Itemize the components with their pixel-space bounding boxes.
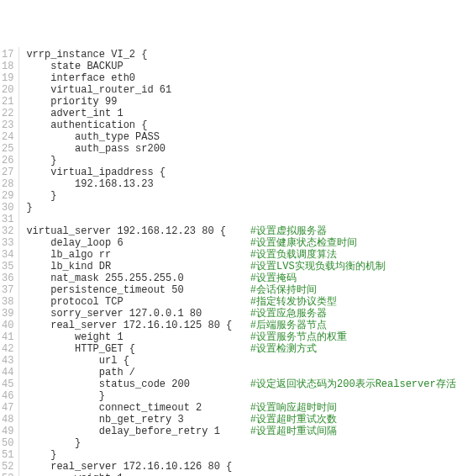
code-editor: 17 18 19 20 21 22 23 24 25 26 27 28 29 3… xyxy=(0,47,473,476)
code-line: vrrp_instance VI_2 { xyxy=(26,49,473,61)
code-line: virtual_ipaddress { xyxy=(26,167,473,178)
code-text: weight 1 xyxy=(26,473,123,476)
code-line: real_server 172.16.10.126 80 { xyxy=(26,461,473,473)
code-text: real_server 172.16.10.125 80 { xyxy=(26,320,250,331)
code-comment: #设置应急服务器 xyxy=(250,308,327,320)
code-line: virtual_server 192.168.12.23 80 { #设置虚拟服… xyxy=(26,225,473,237)
code-text: interface eth0 xyxy=(26,72,135,84)
code-text: persistence_timeout 50 xyxy=(26,284,250,296)
code-text: state BACKUP xyxy=(26,61,123,72)
code-line: nat_mask 255.255.255.0 #设置掩码 xyxy=(26,272,473,284)
code-line: 192.168.13.23 xyxy=(26,178,473,190)
code-text: } xyxy=(26,437,81,449)
code-text: delay_before_retry 1 xyxy=(26,426,250,437)
code-area: vrrp_instance VI_2 { state BACKUP interf… xyxy=(19,47,473,476)
code-comment: #设置检测方式 xyxy=(250,343,317,355)
code-comment: #设置超时重试间隔 xyxy=(250,426,337,437)
code-comment: #设置超时重试次数 xyxy=(250,414,337,426)
code-text: } xyxy=(26,190,56,202)
code-line: interface eth0 xyxy=(26,72,473,84)
code-comment: #设置虚拟服务器 xyxy=(250,225,327,237)
code-line: virtual_router_id 61 xyxy=(26,84,473,96)
code-comment: #设置响应超时时间 xyxy=(250,402,337,414)
code-text: nat_mask 255.255.255.0 xyxy=(26,272,250,284)
code-comment: #设定返回状态码为200表示Realserver存活 xyxy=(250,378,456,390)
code-text: path / xyxy=(26,367,135,378)
code-text: HTTP_GET { xyxy=(26,343,250,355)
code-line: } xyxy=(26,437,473,449)
code-line: HTTP_GET { #设置检测方式 xyxy=(26,343,473,355)
code-comment: #设置服务节点的权重 xyxy=(250,331,347,343)
code-line: protocol TCP #指定转发协议类型 xyxy=(26,296,473,308)
code-text: } xyxy=(26,202,32,214)
code-text: lb_kind DR xyxy=(26,261,250,272)
line-number-gutter: 17 18 19 20 21 22 23 24 25 26 27 28 29 3… xyxy=(0,47,19,476)
code-text: advert_int 1 xyxy=(26,108,123,119)
code-line: } xyxy=(26,155,473,167)
code-text: virtual_ipaddress { xyxy=(26,167,166,178)
code-line: priority 99 xyxy=(26,96,473,108)
code-text: delay_loop 6 xyxy=(26,237,250,249)
code-line: } xyxy=(26,390,473,402)
code-text: auth_pass sr200 xyxy=(26,143,166,155)
code-line: status_code 200 #设定返回状态码为200表示Realserver… xyxy=(26,378,473,390)
code-comment: #会话保持时间 xyxy=(250,284,317,296)
code-line: path / xyxy=(26,367,473,378)
code-line: lb_kind DR #设置LVS实现负载均衡的机制 xyxy=(26,261,473,272)
code-text: virtual_router_id 61 xyxy=(26,84,171,96)
code-text: status_code 200 xyxy=(26,378,250,390)
code-line: nb_get_retry 3 #设置超时重试次数 xyxy=(26,414,473,426)
code-line: persistence_timeout 50 #会话保持时间 xyxy=(26,284,473,296)
code-comment: #后端服务器节点 xyxy=(250,320,327,331)
code-text: vrrp_instance VI_2 { xyxy=(26,49,147,61)
code-text: connect_timeout 2 xyxy=(26,402,250,414)
code-line: delay_loop 6 #设置健康状态检查时间 xyxy=(26,237,473,249)
code-text: sorry_server 127.0.0.1 80 xyxy=(26,308,250,320)
code-text: virtual_server 192.168.12.23 80 { xyxy=(26,225,250,237)
code-text: weight 1 xyxy=(26,331,250,343)
code-line: auth_type PASS xyxy=(26,131,473,143)
code-line xyxy=(26,214,473,225)
code-comment: #设置负载调度算法 xyxy=(250,249,337,261)
code-text: auth_type PASS xyxy=(26,131,159,143)
code-line: url { xyxy=(26,355,473,367)
code-text: lb_algo rr xyxy=(26,249,250,261)
code-text: url { xyxy=(26,355,129,367)
code-comment: #设置LVS实现负载均衡的机制 xyxy=(250,261,386,272)
code-text: } xyxy=(26,449,56,461)
code-line: weight 1 #设置服务节点的权重 xyxy=(26,331,473,343)
code-comment: #设置掩码 xyxy=(250,272,297,284)
code-text: } xyxy=(26,390,105,402)
code-text: } xyxy=(26,155,56,167)
code-line: auth_pass sr200 xyxy=(26,143,473,155)
code-line: } xyxy=(26,190,473,202)
code-line: delay_before_retry 1 #设置超时重试间隔 xyxy=(26,426,473,437)
code-comment: #指定转发协议类型 xyxy=(250,296,337,308)
code-line: state BACKUP xyxy=(26,61,473,72)
code-line: lb_algo rr #设置负载调度算法 xyxy=(26,249,473,261)
code-line: authentication { xyxy=(26,119,473,131)
code-comment: #设置健康状态检查时间 xyxy=(250,237,357,249)
code-text: protocol TCP xyxy=(26,296,250,308)
code-line: } xyxy=(26,449,473,461)
code-text: real_server 172.16.10.126 80 { xyxy=(26,461,232,473)
code-text: 192.168.13.23 xyxy=(26,178,153,190)
code-line: real_server 172.16.10.125 80 { #后端服务器节点 xyxy=(26,320,473,331)
code-text: priority 99 xyxy=(26,96,117,108)
code-line: sorry_server 127.0.0.1 80 #设置应急服务器 xyxy=(26,308,473,320)
code-line: weight 1 xyxy=(26,473,473,476)
code-text: nb_get_retry 3 xyxy=(26,414,250,426)
code-line: advert_int 1 xyxy=(26,108,473,119)
code-line: } xyxy=(26,202,473,214)
code-text: authentication { xyxy=(26,119,147,131)
code-line: connect_timeout 2 #设置响应超时时间 xyxy=(26,402,473,414)
